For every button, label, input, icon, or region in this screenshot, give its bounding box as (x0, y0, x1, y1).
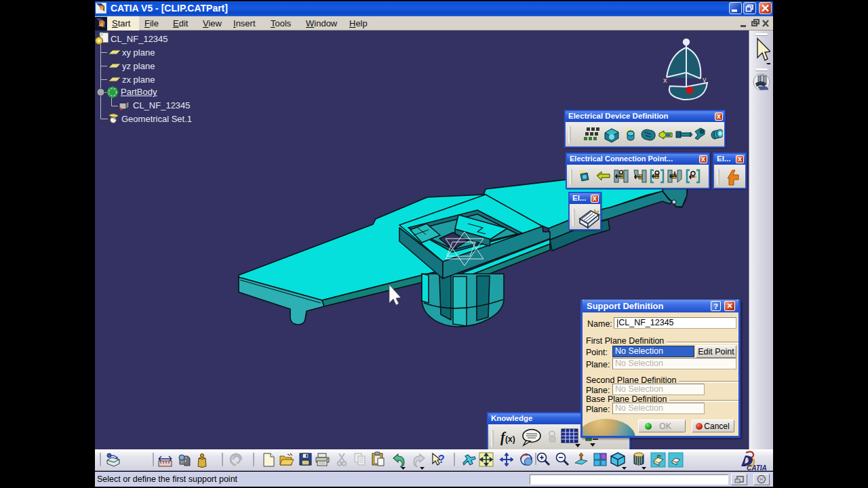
svg-text:?: ? (438, 453, 445, 465)
svg-text:y: y (703, 75, 707, 83)
svg-text:CATIA: CATIA (747, 464, 767, 471)
svg-text:(x): (x) (505, 434, 515, 444)
svg-text:x: x (663, 76, 667, 84)
